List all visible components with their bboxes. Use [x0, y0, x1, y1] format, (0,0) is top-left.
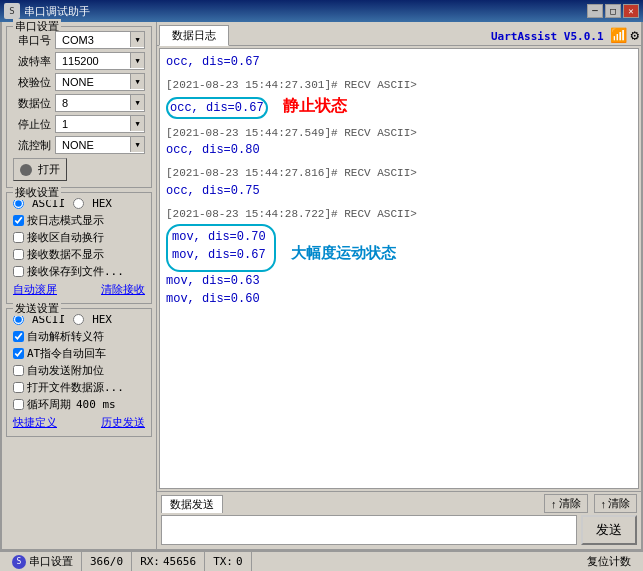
- wifi-icon[interactable]: 📶: [610, 27, 627, 43]
- window-controls: ─ □ ✕: [587, 4, 639, 18]
- databits-select[interactable]: 8: [55, 94, 145, 112]
- history-send-link[interactable]: 历史发送: [101, 415, 145, 430]
- port-select[interactable]: COM3: [55, 31, 145, 49]
- tab-data-log[interactable]: 数据日志: [159, 25, 229, 46]
- log-data-2: occ, dis=0.80: [166, 141, 632, 159]
- static-annotation-text: 静止状态: [283, 97, 347, 114]
- tx-value: 0: [236, 555, 243, 568]
- databits-select-wrapper: 8 ▼: [55, 94, 145, 112]
- send-tab-bar: 数据发送 ↑ 清除 ↑ 清除: [161, 494, 637, 513]
- databits-row: 数据位 8 ▼: [13, 94, 145, 112]
- recv-log-mode-check[interactable]: [13, 215, 24, 226]
- maximize-button[interactable]: □: [605, 4, 621, 18]
- rx-label: RX:: [140, 555, 160, 568]
- recv-hide-row: 接收数据不显示: [13, 247, 145, 262]
- main-container: 串口设置 串口号 COM3 ▼ 波特率 115200 ▼: [0, 22, 643, 551]
- status-reset[interactable]: 复位计数: [579, 552, 639, 571]
- title-bar: S 串口调试助手 ─ □ ✕: [0, 0, 643, 22]
- flow-row: 流控制 NONE ▼: [13, 136, 145, 154]
- settings-icon[interactable]: ⚙: [631, 27, 639, 43]
- recv-autowrap-row: 接收区自动换行: [13, 230, 145, 245]
- left-panel: 串口设置 串口号 COM3 ▼ 波特率 115200 ▼: [2, 22, 157, 549]
- close-button[interactable]: ✕: [623, 4, 639, 18]
- log-section-3: [2021-08-23 15:44:27.816]# RECV ASCII> o…: [166, 165, 632, 200]
- stopbits-select-wrapper: 1 ▼: [55, 115, 145, 133]
- send-extra-row: 自动发送附加位: [13, 363, 145, 378]
- flow-label: 流控制: [13, 138, 55, 153]
- recv-save-check[interactable]: [13, 266, 24, 277]
- status-com: S 串口设置: [4, 552, 82, 571]
- clear-recv-link[interactable]: 清除接收: [101, 282, 145, 297]
- baud-row: 波特率 115200 ▼: [13, 52, 145, 70]
- log-area[interactable]: occ, dis=0.67 [2021-08-23 15:44:27.301]#…: [159, 48, 639, 489]
- log-section-1: [2021-08-23 15:44:27.301]# RECV ASCII> o…: [166, 77, 632, 119]
- com-icon: S: [12, 555, 26, 569]
- parity-row: 校验位 NONE ▼: [13, 73, 145, 91]
- send-bottom: 发送: [161, 515, 637, 545]
- recv-hex-radio[interactable]: [73, 198, 84, 209]
- send-hex-radio[interactable]: [73, 314, 84, 325]
- log-data-motion-3: mov, dis=0.63: [166, 272, 632, 290]
- log-data-3: occ, dis=0.75: [166, 182, 632, 200]
- log-section-0: occ, dis=0.67: [166, 53, 632, 71]
- port-select-wrapper: COM3 ▼: [55, 31, 145, 49]
- log-header-4: [2021-08-23 15:44:28.722]# RECV ASCII>: [166, 206, 632, 223]
- send-at-row: AT指令自动回车: [13, 346, 145, 361]
- reset-btn-label: 复位计数: [587, 554, 631, 569]
- send-at-check[interactable]: [13, 348, 24, 359]
- send-settings-title: 发送设置: [13, 301, 61, 316]
- parity-select-wrapper: NONE ▼: [55, 73, 145, 91]
- parity-select[interactable]: NONE: [55, 73, 145, 91]
- recv-settings-title: 接收设置: [13, 185, 61, 200]
- log-section-4: [2021-08-23 15:44:28.722]# RECV ASCII> m…: [166, 206, 632, 309]
- motion-annotation-text: 大幅度运动状态: [291, 244, 396, 261]
- send-input[interactable]: [161, 515, 577, 545]
- databits-label: 数据位: [13, 96, 55, 111]
- rx-value: 45656: [163, 555, 196, 568]
- send-escape-check[interactable]: [13, 331, 24, 342]
- status-tx: TX: 0: [205, 552, 252, 571]
- log-data-0: occ, dis=0.67: [166, 53, 632, 71]
- log-header-3: [2021-08-23 15:44:27.816]# RECV ASCII>: [166, 165, 632, 182]
- log-data-motion-4: mov, dis=0.60: [166, 290, 632, 308]
- auto-scroll-link[interactable]: 自动滚屏: [13, 282, 57, 297]
- log-data-motion-1: mov, dis=0.70: [172, 228, 266, 246]
- send-file-row: 打开文件数据源...: [13, 380, 145, 395]
- clear-btn-2[interactable]: ↑ 清除: [594, 494, 638, 513]
- flow-select-wrapper: NONE ▼: [55, 136, 145, 154]
- send-tab[interactable]: 数据发送: [161, 495, 223, 513]
- counter-value: 366/0: [90, 555, 123, 568]
- shortcut-def-link[interactable]: 快捷定义: [13, 415, 57, 430]
- app-icon: S: [4, 3, 20, 19]
- flow-select[interactable]: NONE: [55, 136, 145, 154]
- minimize-button[interactable]: ─: [587, 4, 603, 18]
- send-file-check[interactable]: [13, 382, 24, 393]
- static-annotation-box: occ, dis=0.67: [166, 97, 268, 119]
- status-com-label: 串口设置: [29, 554, 73, 569]
- recv-hide-check[interactable]: [13, 249, 24, 260]
- status-rx: RX: 45656: [132, 552, 205, 571]
- log-header-2: [2021-08-23 15:44:27.549]# RECV ASCII>: [166, 125, 632, 142]
- log-data-1: occ, dis=0.67 静止状态: [166, 94, 632, 119]
- right-panel: 数据日志 UartAssist V5.0.1 📶 ⚙ occ, dis=0.67…: [157, 22, 641, 549]
- log-data-motion-2: mov, dis=0.67: [172, 246, 266, 264]
- send-actions: ↑ 清除 ↑ 清除: [544, 494, 637, 513]
- stopbits-select[interactable]: 1: [55, 115, 145, 133]
- send-button[interactable]: 发送: [581, 515, 637, 545]
- clear-btn-1[interactable]: ↑ 清除: [544, 494, 588, 513]
- baud-select[interactable]: 115200: [55, 52, 145, 70]
- recv-settings-group: 接收设置 ASCII HEX 按日志模式显示 接收区自动换行 接收数据不显示 接…: [6, 192, 152, 304]
- send-loop-check[interactable]: [13, 399, 24, 410]
- send-escape-row: 自动解析转义符: [13, 329, 145, 344]
- recv-autowrap-check[interactable]: [13, 232, 24, 243]
- open-port-button[interactable]: 打开: [13, 158, 67, 181]
- tab-bar: 数据日志 UartAssist V5.0.1 📶 ⚙: [157, 22, 641, 46]
- send-extra-check[interactable]: [13, 365, 24, 376]
- send-links-row: 快捷定义 历史发送: [13, 415, 145, 430]
- status-counter: 366/0: [82, 552, 132, 571]
- stopbits-label: 停止位: [13, 117, 55, 132]
- recv-save-row: 接收保存到文件...: [13, 264, 145, 279]
- tx-label: TX:: [213, 555, 233, 568]
- motion-annotation-box: mov, dis=0.70 mov, dis=0.67: [166, 224, 276, 272]
- baud-label: 波特率: [13, 54, 55, 69]
